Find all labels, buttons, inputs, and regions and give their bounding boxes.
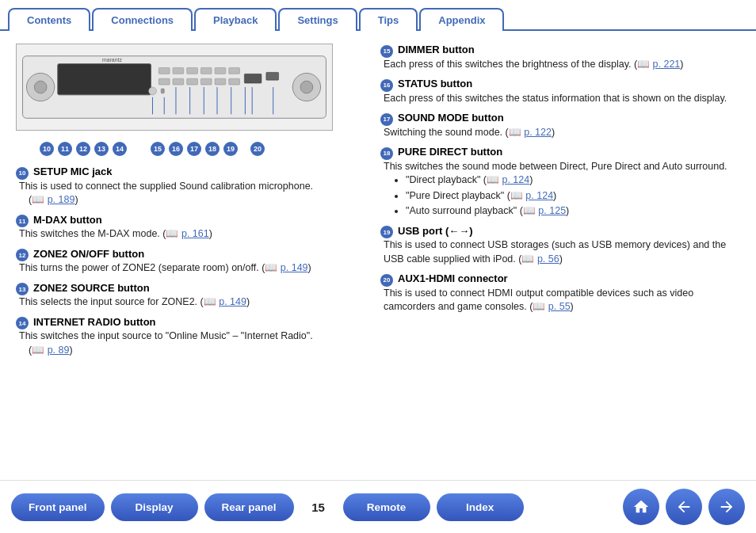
- right-column: 15 DIMMER button Each press of this swit…: [380, 44, 740, 364]
- label-11: 11: [58, 142, 72, 156]
- item-16-title: STATUS button: [398, 78, 472, 89]
- num-badge-20: 20: [380, 274, 393, 287]
- link-18-3[interactable]: p. 125: [538, 205, 566, 216]
- item-20: 20 AUX1-HDMI connector This is used to c…: [380, 272, 740, 314]
- svg-point-20: [149, 87, 157, 95]
- num-badge-15: 15: [380, 45, 393, 58]
- book-icon-18c: 📖: [523, 205, 536, 216]
- label-13: 13: [94, 142, 109, 156]
- item-20-link[interactable]: p. 55: [548, 301, 571, 312]
- book-icon-20: 📖: [533, 301, 545, 312]
- book-icon-15: 📖: [637, 59, 650, 70]
- tab-tips[interactable]: Tips: [359, 8, 418, 31]
- svg-rect-13: [173, 78, 184, 85]
- item-17: 17 SOUND MODE button Switching the sound…: [380, 112, 740, 139]
- display-button[interactable]: Display: [111, 493, 198, 521]
- item-10-body: This is used to connect the supplied Sou…: [19, 181, 313, 192]
- svg-rect-15: [200, 78, 212, 85]
- item-19: 19 USB port (←→) This is used to connect…: [380, 225, 740, 267]
- remote-button[interactable]: Remote: [343, 493, 430, 521]
- label-17: 17: [187, 142, 201, 156]
- book-icon-11: 📖: [166, 228, 178, 239]
- svg-rect-6: [158, 67, 170, 74]
- svg-rect-11: [229, 67, 240, 74]
- item-10: 10 SETUP MIC jack This is used to connec…: [16, 166, 365, 207]
- back-button[interactable]: [666, 489, 702, 525]
- item-16-body: Each press of this switches the status i…: [384, 93, 727, 104]
- item-12: 12 ZONE2 ON/OFF button This turns the po…: [16, 248, 365, 276]
- label-18: 18: [205, 142, 220, 156]
- bullet-18-3: "Auto surround playback" (📖 p. 125): [406, 204, 740, 219]
- item-11-link[interactable]: p. 161: [181, 228, 209, 239]
- svg-rect-12: [158, 78, 170, 85]
- home-icon: [632, 498, 650, 516]
- forward-button[interactable]: [708, 489, 745, 525]
- item-14-link[interactable]: p. 89: [48, 345, 70, 356]
- item-11-title: M-DAX button: [33, 214, 102, 226]
- label-10: 10: [40, 142, 54, 156]
- item-20-title: AUX1-HDMI connector: [398, 272, 508, 284]
- item-11: 11 M-DAX button This switches the M-DAX …: [16, 214, 365, 242]
- item-16: 16 STATUS button Each press of this swit…: [380, 78, 740, 105]
- left-column: marantz 10 11 12 13 14 15 16 17 18 19 20…: [16, 44, 365, 364]
- back-icon: [675, 498, 693, 516]
- num-badge-11: 11: [16, 215, 29, 227]
- item-18-title: PURE DIRECT button: [398, 146, 502, 158]
- num-badge-13: 13: [16, 283, 29, 295]
- link-18-1[interactable]: p. 124: [502, 174, 529, 185]
- tab-playback[interactable]: Playback: [194, 8, 277, 31]
- item-14-body: This switches the input source to "Onlin…: [19, 330, 313, 341]
- svg-point-5: [300, 81, 313, 93]
- tab-settings[interactable]: Settings: [278, 8, 357, 31]
- item-12-body: This turns the power of ZONE2 (separate …: [19, 262, 259, 273]
- item-18-body: This switches the sound mode between Dir…: [384, 161, 727, 172]
- item-13-body: This selects the input source for ZONE2.: [19, 296, 197, 307]
- label-15: 15: [151, 142, 165, 156]
- book-icon-19: 📖: [521, 253, 534, 265]
- item-10-link[interactable]: p. 189: [48, 194, 75, 205]
- item-19-link[interactable]: p. 56: [537, 253, 559, 265]
- item-12-title: ZONE2 ON/OFF button: [33, 248, 144, 260]
- item-12-link[interactable]: p. 149: [281, 262, 308, 273]
- bullet-18-1: "Direct playback" (📖 p. 124): [406, 173, 740, 188]
- item-17-link[interactable]: p. 122: [524, 127, 552, 138]
- link-18-2[interactable]: p. 124: [525, 190, 553, 201]
- main-content: marantz 10 11 12 13 14 15 16 17 18 19 20…: [0, 31, 756, 371]
- svg-text:marantz: marantz: [102, 57, 122, 63]
- device-image: marantz: [16, 44, 333, 131]
- tab-appendix[interactable]: Appendix: [419, 8, 504, 31]
- item-11-body: This switches the M-DAX mode.: [19, 228, 160, 239]
- item-17-title: SOUND MODE button: [398, 112, 504, 124]
- svg-rect-17: [229, 78, 240, 85]
- book-icon-13: 📖: [204, 296, 216, 307]
- item-19-title: USB port (←→): [398, 225, 473, 237]
- svg-rect-16: [215, 78, 226, 85]
- item-15-link[interactable]: p. 221: [653, 59, 681, 70]
- tab-connections[interactable]: Connections: [92, 8, 193, 31]
- book-icon-18a: 📖: [487, 174, 499, 185]
- book-icon-10: 📖: [32, 194, 44, 205]
- svg-rect-1: [58, 64, 151, 95]
- num-badge-10: 10: [16, 167, 29, 180]
- svg-point-3: [34, 81, 47, 93]
- svg-rect-14: [187, 78, 198, 85]
- num-badge-14: 14: [16, 317, 29, 329]
- svg-rect-19: [266, 72, 279, 80]
- svg-rect-21: [161, 89, 164, 93]
- num-badge-18: 18: [380, 147, 393, 160]
- rear-panel-button[interactable]: Rear panel: [204, 493, 294, 521]
- item-13: 13 ZONE2 SOURCE button This selects the …: [16, 282, 365, 310]
- item-18: 18 PURE DIRECT button This switches the …: [380, 146, 740, 219]
- item-10-title: SETUP MIC jack: [33, 166, 112, 177]
- index-button[interactable]: Index: [437, 493, 524, 521]
- bottom-nav: Front panel Display Rear panel 15 Remote…: [0, 480, 756, 533]
- svg-rect-10: [215, 67, 226, 74]
- item-15-title: DIMMER button: [398, 44, 475, 55]
- item-13-link[interactable]: p. 149: [219, 296, 246, 307]
- book-icon-17: 📖: [509, 127, 521, 138]
- front-panel-button[interactable]: Front panel: [11, 493, 105, 521]
- svg-rect-18: [244, 74, 262, 83]
- tab-contents[interactable]: Contents: [8, 8, 90, 31]
- bullet-18-2: "Pure Direct playback" (📖 p. 124): [406, 189, 740, 204]
- home-button[interactable]: [623, 489, 659, 525]
